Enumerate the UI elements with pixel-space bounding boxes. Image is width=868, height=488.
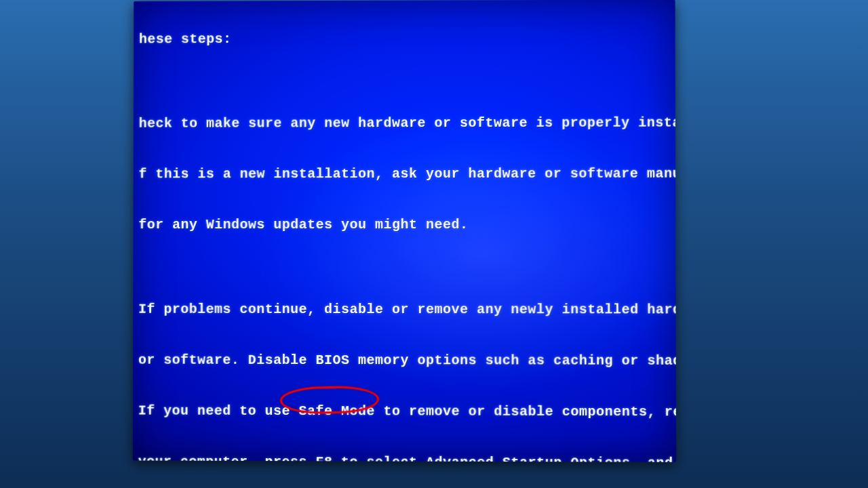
bsod-text-block: hese steps: heck to make sure any new ha… (136, 0, 676, 462)
bsod-line: or software. Disable BIOS memory options… (138, 352, 676, 369)
bsod-line: your computer, press F8 to select Advanc… (138, 453, 676, 462)
bsod-line: If problems continue, disable or remove … (138, 301, 676, 319)
bsod-line: for any Windows updates you might need. (138, 216, 676, 233)
bsod-line: hese steps: (139, 29, 676, 47)
bsod-screen-photo: hese steps: heck to make sure any new ha… (133, 0, 676, 462)
bsod-line: heck to make sure any new hardware or so… (139, 114, 676, 131)
bsod-line: f this is a new installation, ask your h… (139, 165, 677, 183)
bsod-line: If you need to use Safe Mode to remove o… (138, 403, 676, 421)
bsod-line (139, 80, 676, 81)
